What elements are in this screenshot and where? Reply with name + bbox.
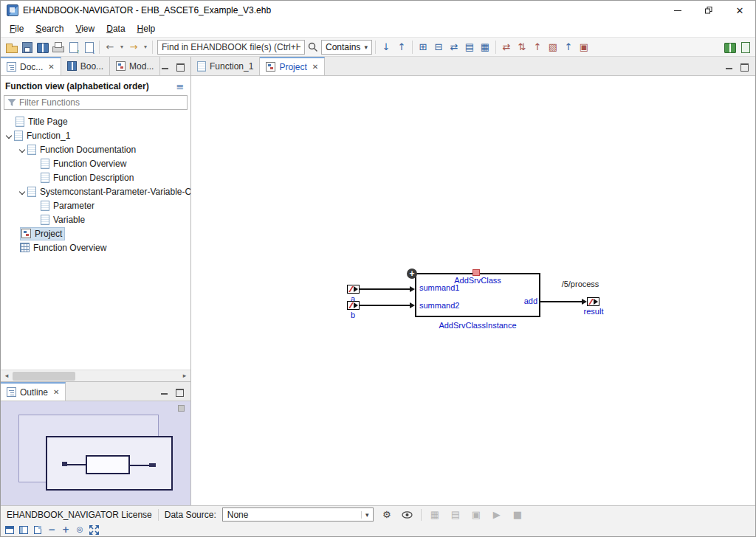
menu-view[interactable]: View: [69, 21, 100, 36]
main-toolbar: ↑ ↓ ← ▾ → ▾ Contains ▾ ↓ ↑ ⊞ ⊟ ⇄ ▤ ▦ ⇄ ⇅…: [1, 38, 755, 57]
minimize-window-button[interactable]: [662, 1, 693, 20]
tab-bookmarks[interactable]: Boo...: [61, 57, 110, 75]
menu-data[interactable]: Data: [100, 21, 131, 36]
zoom-reset-icon[interactable]: ◎: [74, 524, 86, 536]
tab-project[interactable]: Project ✕: [260, 57, 325, 75]
maximize-panel-button[interactable]: [739, 61, 749, 72]
save-icon[interactable]: [19, 40, 34, 55]
tab-outline[interactable]: Outline ✕: [1, 382, 66, 401]
tab-close-icon[interactable]: ✕: [48, 63, 54, 71]
quick-guide-icon[interactable]: [738, 40, 752, 55]
scrollbar-thumb[interactable]: [13, 372, 75, 381]
print-icon[interactable]: [50, 40, 65, 55]
grid-view-icon[interactable]: ▦: [478, 40, 492, 55]
filter-input[interactable]: Filter Functions: [4, 95, 188, 110]
tab-close-icon[interactable]: ✕: [53, 388, 59, 396]
minimize-panel-button[interactable]: [160, 61, 171, 72]
link-with-editor-icon[interactable]: ⇄: [447, 40, 461, 55]
forward-history-dropdown[interactable]: ▾: [142, 40, 149, 55]
search-icon[interactable]: [306, 40, 320, 55]
navigate-forward-button[interactable]: →: [126, 40, 141, 55]
minimize-panel-button[interactable]: [724, 61, 735, 72]
input-port-icon-a[interactable]: [347, 285, 360, 294]
previous-match-icon[interactable]: ↑: [394, 40, 409, 55]
tree-item[interactable]: Systemconstant-Parameter-Variable-Cl: [1, 184, 190, 198]
tree-item[interactable]: Function_1: [1, 128, 190, 142]
tab-models[interactable]: Mod...: [110, 57, 160, 75]
image-view-icon[interactable]: ▣: [577, 40, 591, 55]
menu-help[interactable]: Help: [131, 21, 162, 36]
import-document-icon[interactable]: ↓: [81, 40, 96, 55]
block-marker[interactable]: [472, 269, 480, 276]
start-measurement-icon[interactable]: ▶: [489, 507, 504, 522]
scroll-right-icon[interactable]: ▸: [179, 370, 190, 382]
model-compare-icon[interactable]: ⇅: [515, 40, 529, 55]
signal-view-icon[interactable]: ▣: [469, 507, 484, 522]
next-match-icon[interactable]: ↓: [379, 40, 394, 55]
maximize-panel-button[interactable]: [175, 61, 185, 72]
tab-close-icon[interactable]: ✕: [312, 63, 318, 71]
menu-search[interactable]: Search: [30, 21, 69, 36]
document-icon: [41, 173, 49, 183]
tab-function-1[interactable]: Function_1: [191, 57, 260, 75]
collapse-all-icon[interactable]: ⊟: [431, 40, 446, 55]
tree-item[interactable]: Function Description: [1, 170, 190, 184]
measurement-table-icon[interactable]: ▦: [427, 507, 442, 522]
input-port-icon-b[interactable]: [347, 301, 360, 310]
stop-measurement-icon[interactable]: ■: [510, 507, 525, 522]
tree-item[interactable]: Parameter: [1, 198, 190, 212]
chevron-down-icon[interactable]: [17, 190, 27, 194]
show-values-icon[interactable]: [400, 507, 415, 522]
zoom-in-icon[interactable]: +: [60, 524, 72, 536]
horizontal-scrollbar[interactable]: ◂ ▸: [1, 370, 190, 381]
model-up-icon[interactable]: ↑: [530, 40, 545, 55]
contains-dropdown[interactable]: Contains ▾: [321, 40, 372, 55]
datasource-select[interactable]: None ▾: [222, 507, 374, 522]
tree-item[interactable]: Variable: [1, 212, 190, 226]
tree-item[interactable]: Function Documentation: [1, 142, 190, 156]
navigate-back-button[interactable]: ←: [103, 40, 117, 55]
list-view-icon[interactable]: ▤: [462, 40, 477, 55]
menu-file[interactable]: File: [4, 21, 30, 36]
outline-scroll-handle[interactable]: [178, 405, 185, 412]
minimize-panel-button[interactable]: [159, 387, 170, 397]
tree-item[interactable]: Function Overview: [1, 156, 190, 170]
hierarchy-up-icon[interactable]: ↑: [561, 40, 576, 55]
user-manual-icon[interactable]: [722, 40, 737, 55]
tree-item[interactable]: Function Overview: [1, 240, 190, 254]
chevron-down-icon[interactable]: [4, 134, 14, 138]
open-folder-icon[interactable]: [4, 40, 18, 55]
tab-documents[interactable]: Doc... ✕: [1, 57, 61, 75]
close-window-button[interactable]: ✕: [724, 1, 755, 20]
split-view-icon[interactable]: [18, 524, 30, 536]
restore-window-button[interactable]: [693, 1, 724, 20]
tree-item[interactable]: Title Page: [1, 114, 190, 128]
back-history-dropdown[interactable]: ▾: [118, 40, 126, 55]
export-arrow-icon: ↑: [77, 48, 80, 55]
chevron-down-icon[interactable]: [17, 148, 27, 152]
function-view-header: Function view (alphabetical order) ≡: [1, 76, 190, 95]
outline-viewport-rect[interactable]: [18, 415, 159, 482]
model-sync-icon[interactable]: ⇄: [499, 40, 514, 55]
scrollbar-track[interactable]: [13, 370, 179, 382]
output-port-icon[interactable]: [587, 297, 599, 306]
find-input[interactable]: [157, 40, 305, 55]
zoom-out-icon[interactable]: −: [46, 524, 58, 536]
scroll-left-icon[interactable]: ◂: [1, 370, 13, 382]
outline-minimap[interactable]: [1, 401, 190, 505]
tree-item-selected[interactable]: Project: [1, 226, 190, 240]
fit-to-screen-icon[interactable]: [88, 524, 100, 536]
handbook-icon[interactable]: [35, 40, 49, 55]
export-document-icon[interactable]: ↑: [66, 40, 80, 55]
document-icon: [27, 145, 36, 155]
overview-window-icon[interactable]: [4, 524, 16, 536]
calibration-view-icon[interactable]: ▤: [448, 507, 463, 522]
diagram-view-icon[interactable]: ▧: [546, 40, 560, 55]
datasource-settings-icon[interactable]: ⚙: [379, 507, 394, 522]
diagram-canvas[interactable]: + AddSrvClass summand1 summand2 add AddS…: [191, 76, 755, 505]
maximize-panel-button[interactable]: [174, 387, 185, 397]
separator: [412, 41, 413, 54]
page-view-icon[interactable]: [32, 524, 44, 536]
expand-all-icon[interactable]: ⊞: [416, 40, 430, 55]
sort-order-icon[interactable]: ≡: [174, 80, 186, 92]
